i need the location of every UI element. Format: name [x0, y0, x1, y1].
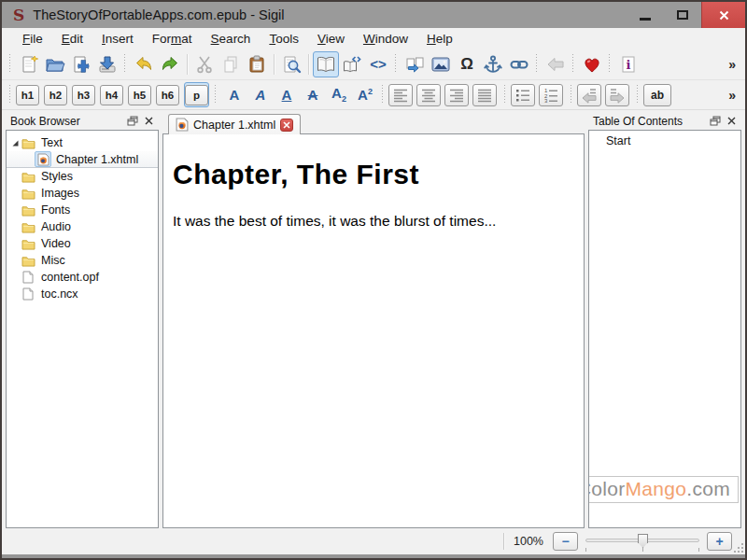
tree-item-content-opf[interactable]: content.opf [7, 269, 158, 286]
tab-chapter1[interactable]: Chapter 1.xhtml [168, 114, 301, 134]
bold-button[interactable]: A [221, 82, 247, 108]
add-existing-file-button[interactable] [68, 51, 94, 77]
menu-search[interactable]: Search [202, 30, 261, 48]
tree-item-audio-folder[interactable]: Audio [7, 218, 158, 235]
align-right-button[interactable] [444, 84, 469, 106]
toolbar-handle[interactable] [380, 85, 385, 105]
toolbar-handle[interactable] [635, 85, 640, 105]
zoom-slider[interactable] [585, 532, 699, 551]
toolbar-handle[interactable] [607, 54, 612, 75]
tree-item-styles-folder[interactable]: Styles [7, 168, 158, 185]
tree-item-toc-ncx[interactable]: toc.ncx [7, 286, 158, 302]
expand-arrow-icon[interactable] [7, 139, 20, 147]
menu-insert[interactable]: Insert [92, 30, 143, 48]
menu-edit[interactable]: Edit [52, 30, 92, 48]
close-panel-button[interactable] [142, 115, 155, 127]
tab-close-button[interactable] [280, 119, 293, 132]
insert-anchor-button[interactable] [480, 51, 506, 77]
code-view-button[interactable]: <> [365, 51, 391, 77]
paragraph-button[interactable]: p [184, 82, 209, 107]
toolbar-overflow-button[interactable]: » [728, 57, 738, 72]
toolbar-handle[interactable] [122, 54, 127, 75]
zoom-in-button[interactable]: + [707, 532, 732, 551]
back-button[interactable] [543, 51, 569, 77]
toolbar-handle[interactable] [569, 85, 573, 105]
zoom-out-button[interactable]: − [553, 532, 578, 551]
metadata-editor-button[interactable]: i [615, 51, 641, 77]
bullet-list-button[interactable] [511, 84, 535, 106]
indent-increase-button[interactable] [605, 84, 629, 106]
tree-item-chapter1[interactable]: Chapter 1.xhtml [7, 151, 158, 168]
resize-grip[interactable] [734, 543, 743, 553]
tree-item-misc-folder[interactable]: Misc [7, 252, 158, 269]
insert-image-button[interactable] [428, 51, 454, 77]
donate-button[interactable] [579, 51, 605, 77]
split-file-icon [404, 54, 425, 75]
book-view-button[interactable] [313, 51, 339, 77]
align-left-button[interactable] [388, 84, 413, 106]
heading-3-button[interactable]: h3 [72, 85, 95, 105]
maximize-button[interactable] [664, 2, 701, 28]
superscript-button[interactable]: A2 [352, 82, 378, 108]
casing-button[interactable]: ab [643, 84, 671, 106]
open-file-button[interactable] [42, 51, 68, 77]
numbered-list-icon: 123 [543, 87, 559, 104]
insert-link-button[interactable] [506, 51, 532, 77]
strikethrough-button[interactable]: A [300, 82, 326, 108]
strikethrough-icon: A [308, 88, 318, 102]
split-view-button[interactable] [339, 51, 365, 77]
new-file-button[interactable] [16, 51, 42, 77]
toc-item-start[interactable]: Start [589, 131, 740, 147]
chapter-paragraph[interactable]: It was the best of times, it was the blu… [173, 213, 574, 230]
tree-item-text-folder[interactable]: Text [7, 134, 158, 151]
menu-view[interactable]: View [308, 30, 354, 48]
toolbar-handle[interactable] [534, 54, 539, 75]
heading-2-button[interactable]: h2 [44, 85, 67, 105]
close-panel-button[interactable] [725, 115, 738, 127]
chapter-heading[interactable]: Chapter, The First [173, 159, 574, 190]
slider-handle[interactable] [638, 534, 648, 548]
close-button[interactable] [701, 2, 745, 28]
italic-button[interactable]: A [247, 82, 274, 108]
redo-button[interactable] [157, 51, 183, 77]
menu-file[interactable]: File [13, 30, 52, 48]
toolbar-handle[interactable] [393, 54, 398, 75]
toolbar-handle[interactable] [502, 85, 507, 105]
align-right-icon [448, 87, 465, 104]
toolbar-handle[interactable] [213, 85, 218, 105]
align-justify-button[interactable] [472, 84, 497, 106]
paste-button[interactable] [244, 51, 270, 77]
undo-button[interactable] [131, 51, 157, 77]
menu-tools[interactable]: Tools [260, 30, 308, 48]
format-toolbar-overflow-button[interactable]: » [728, 88, 738, 103]
heading-1-button[interactable]: h1 [16, 85, 39, 105]
underline-button[interactable]: A [274, 82, 300, 108]
save-button[interactable] [94, 51, 120, 77]
cut-button[interactable] [191, 51, 218, 77]
minimize-button[interactable] [627, 2, 664, 28]
find-replace-button[interactable] [278, 51, 304, 77]
toolbar-handle[interactable] [571, 54, 575, 75]
numbered-list-button[interactable]: 123 [539, 84, 563, 106]
menu-help[interactable]: Help [417, 30, 462, 48]
indent-decrease-button[interactable] [577, 84, 601, 106]
subscript-button[interactable]: A2 [326, 82, 352, 108]
menu-window[interactable]: Window [354, 30, 417, 48]
book-view-editor[interactable]: Chapter, The First It was the best of ti… [162, 133, 585, 528]
float-panel-button[interactable] [126, 115, 139, 127]
tree-item-fonts-folder[interactable]: Fonts [7, 202, 158, 218]
float-panel-button[interactable] [709, 115, 722, 127]
heading-6-button[interactable]: h6 [156, 85, 179, 105]
menu-format[interactable]: Format [143, 30, 202, 48]
tree-item-video-folder[interactable]: Video [7, 235, 158, 252]
copy-button[interactable] [218, 51, 244, 77]
insert-special-character-button[interactable]: Ω [454, 51, 480, 77]
toolbar-handle[interactable] [7, 54, 12, 75]
align-center-button[interactable] [416, 84, 441, 106]
tree-item-images-folder[interactable]: Images [7, 185, 158, 202]
titlebar: S TheStoryOfPortableApps.com.epub - Sigi… [2, 2, 745, 28]
insert-file-split-button[interactable] [402, 51, 428, 77]
heading-5-button[interactable]: h5 [128, 85, 151, 105]
heading-4-button[interactable]: h4 [100, 85, 123, 105]
toolbar-handle[interactable] [7, 85, 12, 105]
